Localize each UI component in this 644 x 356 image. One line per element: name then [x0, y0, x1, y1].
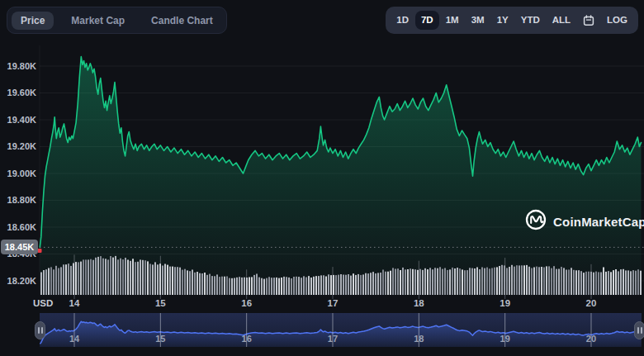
chart-type-tabs: PriceMarket CapCandle Chart: [7, 7, 227, 34]
navigator-label: 15: [148, 334, 173, 344]
y-axis-label: 19.80K: [0, 61, 36, 72]
navigator-label: 19: [493, 334, 518, 344]
x-axis-label: 18: [405, 298, 433, 308]
navigator-label: 16: [234, 334, 259, 344]
tab-candle-chart[interactable]: Candle Chart: [142, 12, 222, 30]
navigator-label: 17: [320, 334, 345, 344]
x-axis-label: 19: [491, 298, 519, 308]
range-1d[interactable]: 1D: [391, 11, 414, 31]
range-ytd[interactable]: YTD: [515, 11, 546, 31]
calendar-button[interactable]: [577, 10, 600, 31]
x-axis-label: 16: [233, 298, 261, 308]
navigator-label: 14: [62, 334, 87, 344]
x-axis-label: 15: [146, 298, 174, 308]
y-axis-label: 19.60K: [0, 88, 36, 98]
tab-price[interactable]: Price: [12, 12, 54, 30]
y-axis-label: 19.00K: [0, 169, 36, 179]
range-all[interactable]: ALL: [547, 11, 576, 31]
navigator-label: 20: [579, 334, 604, 344]
y-axis-label: 18.80K: [0, 195, 36, 206]
toolbar: PriceMarket CapCandle Chart 1D7D1M3M1YYT…: [0, 0, 644, 40]
x-axis-label: 20: [577, 298, 605, 308]
range-1m[interactable]: 1M: [440, 11, 465, 31]
x-axis-label: 14: [60, 298, 88, 308]
current-price-tag: 18.45K: [1, 240, 38, 254]
range-7d[interactable]: 7D: [415, 11, 439, 31]
currency-label: USD: [33, 298, 53, 308]
tab-market-cap[interactable]: Market Cap: [62, 12, 134, 30]
y-axis-label: 18.20K: [0, 276, 36, 287]
range-selector: 1D7D1M3M1YYTDALLLOG: [386, 7, 638, 34]
y-axis-label: 18.60K: [0, 222, 36, 233]
navigator-right-handle[interactable]: [634, 321, 644, 339]
range-3m[interactable]: 3M: [466, 11, 490, 31]
price-chart-plot[interactable]: [40, 45, 644, 295]
navigator-left-handle[interactable]: [35, 321, 45, 339]
x-axis-label: 17: [319, 298, 347, 308]
calendar-icon: [583, 15, 594, 26]
range-1y[interactable]: 1Y: [491, 11, 514, 31]
range-log[interactable]: LOG: [601, 11, 633, 31]
y-axis-label: 19.40K: [0, 115, 36, 126]
y-axis-label: 19.20K: [0, 141, 36, 152]
navigator-label: 18: [406, 334, 431, 344]
